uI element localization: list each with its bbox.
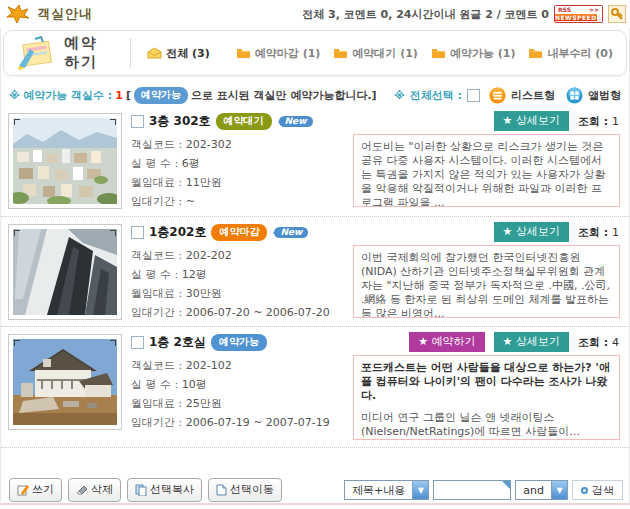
field-value: 202-302 (186, 138, 232, 151)
room-photo-frame (8, 224, 122, 320)
select-all-checkbox[interactable] (467, 89, 480, 102)
views-count: 1 (612, 226, 619, 239)
search-field-select[interactable]: 제목+내용 ▼ (344, 480, 429, 500)
search-icon (581, 487, 588, 494)
room-fields: 객실코드 : 202-102 실 평 수 : 10평 월임대료 : 25만원 임… (131, 356, 330, 432)
move-doc-icon (216, 484, 227, 496)
key-icon[interactable] (608, 5, 626, 23)
field-label: 임대기간 : (131, 306, 186, 319)
folder-icon (431, 47, 446, 59)
field-value: 12평 (182, 268, 207, 281)
views-count: 1 (612, 115, 619, 128)
write-button[interactable]: 쓰기 (9, 478, 62, 502)
search-input-wrap (433, 480, 511, 500)
field-label: 월임대료 : (131, 397, 186, 410)
rss-arrows: >> (589, 6, 599, 14)
field-label: 월임대료 : (131, 287, 186, 300)
room-photo-skyscrapers[interactable] (13, 229, 117, 315)
room-checkbox[interactable] (131, 226, 144, 239)
board-stats: 전체 3, 코멘트 0, 24시간이내 원글 2 / 코멘트 0 (302, 7, 549, 22)
reserve-button[interactable]: ★ 예약하기 (409, 332, 484, 352)
list-view-icon[interactable] (489, 87, 506, 104)
search-operator-select[interactable]: and ▼ (515, 480, 568, 500)
room-checkbox[interactable] (131, 115, 144, 128)
field-value: ~ (186, 195, 195, 208)
field-label: 실 평 수 : (131, 378, 182, 391)
bottom-toolbar: 쓰기 삭제 선택복사 선택이동 제목+내용 ▼ and ▼ 검색 (9, 478, 623, 502)
page-header: 객실안내 전체 3, 코멘트 0, 24시간이내 원글 2 / 코멘트 0 RS… (0, 0, 630, 28)
field-value: 10평 (182, 378, 207, 391)
write-icon (17, 484, 29, 496)
envelope-icon (147, 47, 162, 59)
chevron-down-icon: ▼ (551, 481, 567, 499)
field-value: 11만원 (186, 176, 222, 189)
description-text: 이번 국제회의에 참가했던 한국인터넷진흥원(NIDA) 산하기관 인터넷주소정… (361, 251, 610, 318)
chevron-down-icon: ▼ (412, 481, 428, 499)
room-photo-house[interactable] (13, 339, 117, 425)
newspeed-label: NEWSPEED (555, 14, 597, 21)
room-checkbox[interactable] (131, 336, 144, 349)
room-photo-frame (8, 113, 122, 209)
room-description: 이번 국제회의에 참가했던 한국인터넷진흥원(NIDA) 산하기관 인터넷주소정… (353, 245, 620, 318)
status-badge: 예약가능 (211, 334, 267, 351)
room-description: 포드캐스트는 어떤 사람들을 대상으로 하는가? '애플 컴퓨터와 나이키'의 … (353, 355, 620, 440)
description-text: 어도비는 "이러한 상황으로 리스크가 생기는 것은 공유 다중 사용자 시스템… (361, 140, 605, 207)
list-view-label[interactable]: 리스트형 (511, 88, 555, 103)
description-text: 미디어 연구 그룹인 닐슨 앤 넷래이팅스 (Nielsen/NetRating… (361, 411, 580, 438)
rss-newspeed-badge[interactable]: RSS>> NEWSPEED (554, 5, 603, 23)
available-count-label: 예약가능 객실수 : (23, 88, 112, 103)
search-input[interactable] (433, 480, 511, 500)
room-fields: 객실코드 : 202-202 실 평 수 : 12평 월임대료 : 30만원 임… (131, 246, 330, 322)
marker: ※ (9, 89, 20, 102)
room-title[interactable]: 1층 2호실 (149, 334, 206, 351)
field-value: 6평 (182, 157, 200, 170)
status-badge: 예약마감 (211, 224, 267, 241)
detail-button[interactable]: ★ 상세보기 (494, 111, 569, 131)
tab-closed[interactable]: 예약마감 (1) (236, 46, 321, 61)
room-title[interactable]: 3층 302호 (149, 113, 211, 130)
room-photo-frame (8, 334, 122, 430)
tab-repair[interactable]: 내부수리 (0) (528, 46, 613, 61)
views-label: 조회 : (578, 115, 612, 128)
field-label: 임대기간 : (131, 416, 186, 429)
field-label: 실 평 수 : (131, 268, 182, 281)
room-fields: 객실코드 : 202-302 실 평 수 : 6평 월임대료 : 11만원 임대… (131, 135, 232, 211)
move-label: 선택이동 (230, 482, 274, 497)
room-title[interactable]: 1층202호 (149, 224, 206, 241)
board-tabbar: 예약하기 전체 (3) 예약마감 (1) 예약대기 (1) 예약가능 (1) (3, 30, 627, 76)
field-label: 월임대료 : (131, 176, 186, 189)
tab-label: 예약마감 (1) (255, 46, 321, 61)
views-count: 4 (612, 336, 619, 349)
room-row: 1층 2호실 예약가능 객실코드 : 202-102 실 평 수 : 10평 월… (1, 326, 629, 448)
room-photo-cityscape[interactable] (13, 118, 117, 204)
detail-button[interactable]: ★ 상세보기 (494, 332, 569, 352)
field-value: 30만원 (186, 287, 222, 300)
move-selection-button[interactable]: 선택이동 (208, 478, 282, 502)
tab-all[interactable]: 전체 (3) (147, 46, 210, 61)
eraser-icon (76, 485, 88, 495)
board-title: 예약하기 (64, 34, 112, 72)
search-bar: 제목+내용 ▼ and ▼ 검색 (344, 480, 623, 500)
write-label: 쓰기 (32, 482, 54, 497)
field-label: 객실코드 : (131, 249, 186, 262)
copy-selection-button[interactable]: 선택복사 (127, 478, 202, 502)
bracket: [ (126, 89, 131, 102)
delete-button[interactable]: 삭제 (68, 478, 121, 502)
field-value: 2006-07-20 ~ 2006-07-20 (186, 306, 330, 319)
tab-available[interactable]: 예약가능 (1) (431, 46, 516, 61)
room-row: 1층202호 예약마감 New 객실코드 : 202-202 실 평 수 : 1… (1, 216, 629, 326)
tab-waiting[interactable]: 예약대기 (1) (333, 46, 418, 61)
album-view-label[interactable]: 앨범형 (588, 88, 621, 103)
marker: ※ (394, 89, 405, 102)
detail-button[interactable]: ★ 상세보기 (494, 222, 569, 242)
tab-label: 예약대기 (1) (352, 46, 418, 61)
views-label: 조회 : (578, 336, 612, 349)
copy-icon (135, 484, 147, 496)
delete-label: 삭제 (91, 482, 113, 497)
room-row: 3층 302호 예약대기 New 객실코드 : 202-302 실 평 수 : … (1, 106, 629, 216)
album-view-icon[interactable] (566, 87, 583, 104)
search-button[interactable]: 검색 (572, 480, 623, 500)
search-label: 검색 (592, 483, 614, 498)
field-label: 실 평 수 : (131, 157, 182, 170)
filter-row: ※ 예약가능 객실수 : 1 [ 예약가능 으로 표시된 객실만 예약가능합니다… (9, 87, 621, 104)
